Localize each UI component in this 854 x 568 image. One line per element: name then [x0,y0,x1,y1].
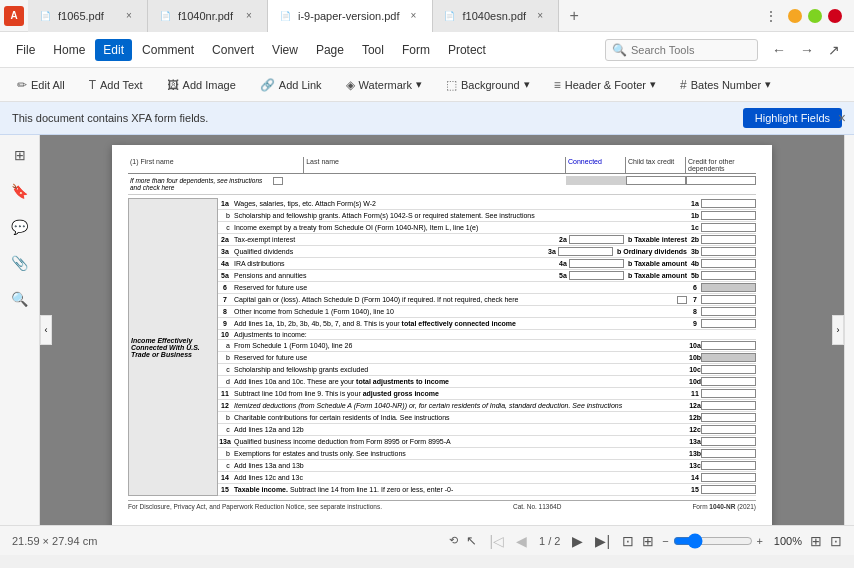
input-1b[interactable] [701,211,756,220]
rotate-btn[interactable]: ⟲ [449,534,458,547]
input-2b[interactable] [701,235,756,244]
ref-8: 8 [689,308,701,315]
menu-convert[interactable]: Convert [204,39,262,61]
tab-close-btn[interactable]: × [406,8,422,24]
bates-dropdown-icon: ▾ [765,78,771,91]
input-11[interactable] [701,389,756,398]
sidebar-search-icon[interactable]: 🔍 [8,287,32,311]
menu-file[interactable]: File [8,39,43,61]
add-text-btn[interactable]: T Add Text [80,74,152,96]
input-3a[interactable] [558,247,613,256]
input-3b[interactable] [701,247,756,256]
menu-tool[interactable]: Tool [354,39,392,61]
fit-page-btn[interactable]: ⊡ [622,533,634,549]
first-page-btn[interactable]: |◁ [485,531,508,551]
sidebar-bookmarks-icon[interactable]: 🔖 [8,179,32,203]
input-15[interactable] [701,485,756,494]
add-image-btn[interactable]: 🖼 Add Image [158,74,245,96]
tab-close-btn[interactable]: × [532,8,548,24]
col-first-name: (1) First name [128,157,304,173]
collapse-left-btn[interactable]: ‹ [40,315,52,345]
edit-all-btn[interactable]: ✏ Edit All [8,74,74,96]
menu-page[interactable]: Page [308,39,352,61]
tab-label: f1040esn.pdf [463,10,527,22]
checkbox-7[interactable] [677,296,687,304]
cursor-btn[interactable]: ↖ [466,533,477,548]
tab-f1065[interactable]: 📄 f1065.pdf × [28,0,148,32]
sidebar-pages-icon[interactable]: ⊞ [8,143,32,167]
add-tab-btn[interactable]: + [559,0,589,32]
input-13b[interactable] [701,449,756,458]
input-13c[interactable] [701,461,756,470]
minimize-btn[interactable] [788,9,802,23]
back-btn[interactable]: ← [766,39,792,61]
window-controls: ⋮ [760,6,850,26]
input-12c[interactable] [701,425,756,434]
menu-view[interactable]: View [264,39,306,61]
prev-page-btn[interactable]: ◀ [512,531,531,551]
input-4b[interactable] [701,259,756,268]
sidebar-comments-icon[interactable]: 💬 [8,215,32,239]
background-btn[interactable]: ⬚ Background ▾ [437,74,539,96]
add-link-btn[interactable]: 🔗 Add Link [251,74,331,96]
input-7[interactable] [701,295,756,304]
tab-close-btn[interactable]: × [241,8,257,24]
menu-protect[interactable]: Protect [440,39,494,61]
next-page-btn[interactable]: ▶ [568,531,587,551]
input-2a[interactable] [569,235,624,244]
zoom-slider[interactable] [673,533,753,549]
tab-f1040nr[interactable]: 📄 f1040nr.pdf × [148,0,268,32]
input-10d[interactable] [701,377,756,386]
input-8[interactable] [701,307,756,316]
bates-number-btn[interactable]: # Bates Number ▾ [671,74,780,96]
input-10c[interactable] [701,365,756,374]
watermark-btn[interactable]: ◈ Watermark ▾ [337,74,431,96]
menu-form[interactable]: Form [394,39,438,61]
close-btn[interactable] [828,9,842,23]
overflow-btn[interactable]: ⋮ [760,6,782,26]
maximize-btn[interactable] [808,9,822,23]
tab-f1040esn[interactable]: 📄 f1040esn.pdf × [433,0,560,32]
toolbar: ✏ Edit All T Add Text 🖼 Add Image 🔗 Add … [0,68,854,102]
input-12a[interactable] [701,401,756,410]
menu-home[interactable]: Home [45,39,93,61]
ref-3a: 3a [546,248,558,255]
tab-i9-paper[interactable]: 📄 i-9-paper-version.pdf × [268,0,433,32]
forward-btn[interactable]: → [794,39,820,61]
menu-comment[interactable]: Comment [134,39,202,61]
row-label-1a: Wages, salaries, tips, etc. Attach Form(… [232,200,689,207]
fullscreen-btn[interactable]: ⊡ [830,533,842,549]
external-btn[interactable]: ↗ [822,39,846,61]
input-5b[interactable] [701,271,756,280]
header-footer-btn[interactable]: ≡ Header & Footer ▾ [545,74,665,96]
zoom-out-btn[interactable]: − [662,535,668,547]
zoom-in-btn[interactable]: + [757,535,763,547]
search-tools-box[interactable]: 🔍 [605,39,758,61]
sidebar-attachments-icon[interactable]: 📎 [8,251,32,275]
ref-13a: 13a [689,438,701,445]
input-1a[interactable] [701,199,756,208]
input-10a[interactable] [701,341,756,350]
input-1c[interactable] [701,223,756,232]
tab-close-btn[interactable]: × [121,8,137,24]
last-page-btn[interactable]: ▶| [591,531,614,551]
input-5a[interactable] [569,271,624,280]
input-12b[interactable] [701,413,756,422]
search-tools-input[interactable] [631,44,751,56]
pdf-content[interactable]: (1) First name Last name Connected Child… [40,135,844,525]
row-label-10b: Reserved for future use [232,354,689,361]
input-14[interactable] [701,473,756,482]
col-child-tax: Child tax credit [626,157,686,173]
fit-width-btn[interactable]: ⊞ [642,533,654,549]
input-9[interactable] [701,319,756,328]
collapse-right-btn[interactable]: › [832,315,844,345]
view-mode-btn[interactable]: ⊞ [810,533,822,549]
more-dep-checkbox[interactable] [273,177,283,185]
pdf-icon: 📄 [443,9,457,23]
highlight-fields-btn[interactable]: Highlight Fields [743,108,842,128]
notification-close-btn[interactable]: × [838,110,846,126]
input-4a[interactable] [569,259,624,268]
menu-edit[interactable]: Edit [95,39,132,61]
bates-label: Bates Number [691,79,761,91]
input-13a[interactable] [701,437,756,446]
